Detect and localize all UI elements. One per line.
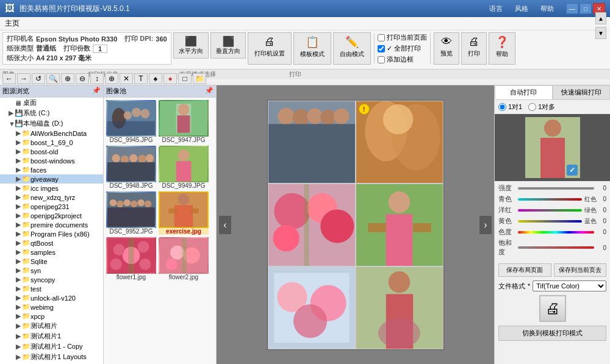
save-current-layout-btn[interactable]: 保存到当前页去 bbox=[554, 263, 607, 277]
big-print-button[interactable]: 🖨 bbox=[539, 295, 566, 322]
sidebar-pin-icon[interactable]: 📌 bbox=[92, 87, 101, 96]
prev-page-arrow[interactable]: ‹ bbox=[219, 216, 231, 234]
color-btn[interactable]: ● bbox=[163, 73, 177, 84]
dpi-label: 打印 DPI: bbox=[124, 34, 153, 43]
print-cell-2[interactable]: ! bbox=[356, 101, 443, 184]
switch-mode-button[interactable]: 切换到模板打印模式 bbox=[498, 326, 606, 341]
hue-slider[interactable] bbox=[518, 230, 594, 235]
print-cell-4[interactable] bbox=[356, 184, 443, 266]
effect-btn[interactable]: ♠ bbox=[149, 73, 162, 84]
print-all-checkbox[interactable] bbox=[378, 45, 385, 52]
tree-item-20[interactable]: ▶📁test bbox=[0, 284, 103, 293]
tree-item-3[interactable]: ▶📁AliWorkBenchData bbox=[0, 129, 103, 138]
fit-height-btn[interactable]: ↕ bbox=[90, 73, 104, 84]
magenta-slider[interactable] bbox=[518, 208, 582, 213]
sidebar-title: 图源浏览 📌 bbox=[0, 85, 103, 98]
zoom-out-btn[interactable]: ⊖ bbox=[76, 73, 89, 84]
tree-item-25[interactable]: ▶📁测试相片1 bbox=[0, 331, 103, 341]
print-cell-5[interactable] bbox=[268, 266, 356, 349]
copies-value[interactable]: 1 bbox=[93, 45, 107, 53]
tree-item-5[interactable]: ▶📁boost-old bbox=[0, 147, 103, 156]
tree-item-7[interactable]: ▶📁faces bbox=[0, 165, 103, 174]
next-page-arrow[interactable]: › bbox=[479, 216, 492, 234]
file-format-select[interactable]: Tif(True Color) JPG PNG bbox=[533, 280, 606, 291]
tree-item-14[interactable]: ▶📁Program Files (x86) bbox=[0, 229, 103, 238]
tree-item-12[interactable]: ▶📁openjpg2kproject bbox=[0, 211, 103, 220]
zoom-in-btn[interactable]: ⊕ bbox=[61, 73, 74, 84]
style-menu[interactable]: 风格 bbox=[515, 4, 528, 13]
add-border-checkbox[interactable] bbox=[378, 56, 385, 63]
print-cell-3[interactable] bbox=[268, 184, 356, 266]
lang-menu[interactable]: 语言 bbox=[489, 4, 503, 13]
auto-print-tab[interactable]: 自动打印 bbox=[495, 85, 553, 99]
photo-dsc9952[interactable]: DSC_9952.JPG bbox=[106, 191, 156, 235]
cyan-slider[interactable] bbox=[518, 197, 582, 202]
gallery-pin-icon[interactable]: 📌 bbox=[205, 87, 214, 96]
tree-item-6[interactable]: ▶📁boost-windows bbox=[0, 156, 103, 165]
tree-item-10[interactable]: ▶📁new_xdzq_tyrz bbox=[0, 193, 103, 202]
minimize-button[interactable]: — bbox=[566, 3, 578, 14]
add-btn[interactable]: ⊕ bbox=[105, 73, 118, 84]
maximize-button[interactable]: □ bbox=[580, 3, 592, 14]
free-mode-btn[interactable]: ✏️ 自由模式 bbox=[333, 32, 371, 65]
photo-grid[interactable]: DSC_9945.JPG DSC_9947.JPG bbox=[104, 98, 217, 283]
quick-edit-tab[interactable]: 快速编辑打印 bbox=[553, 85, 611, 99]
yellow-slider[interactable] bbox=[518, 219, 582, 224]
photo-flower2[interactable]: flower2.jpg bbox=[159, 237, 209, 280]
tree-item-21[interactable]: ▶📁unlock-all-v120 bbox=[0, 293, 103, 302]
tree-item-0[interactable]: 🖥桌面 bbox=[0, 98, 103, 108]
ratio-many-option[interactable]: 1对多 bbox=[528, 102, 555, 112]
template-mode-btn[interactable]: 📋 模板模式 bbox=[293, 32, 331, 65]
print-cell-1[interactable] bbox=[268, 101, 356, 184]
forward-btn[interactable]: → bbox=[17, 73, 30, 84]
strength-slider[interactable] bbox=[518, 186, 594, 191]
zoom-fit-btn[interactable]: 🔍 bbox=[46, 73, 60, 84]
tree-item-19[interactable]: ▶📁syncopy bbox=[0, 275, 103, 284]
save-layout-btn[interactable]: 保存布局页面 bbox=[498, 263, 551, 277]
tree-item-27[interactable]: ▶📁测试相片1 Layouts bbox=[0, 352, 103, 362]
tree-item-18[interactable]: ▶📁syn bbox=[0, 266, 103, 275]
tree-item-1[interactable]: ▶💾系统 (C:) bbox=[0, 108, 103, 118]
ratio-many-radio[interactable] bbox=[528, 103, 536, 111]
photo-dsc9949[interactable]: DSC_9949.JPG bbox=[159, 146, 209, 189]
tree-item-11[interactable]: ▶📁openjpeg231 bbox=[0, 202, 103, 211]
border-btn[interactable]: □ bbox=[178, 73, 192, 84]
print-cell-6[interactable] bbox=[356, 266, 443, 349]
horizontal-btn[interactable]: ⬛ 水平方向 bbox=[173, 32, 209, 59]
photo-flower1[interactable]: flower1.jpg bbox=[106, 237, 156, 280]
folder-btn[interactable]: 📁 bbox=[193, 73, 206, 84]
tree-item-9[interactable]: ▶📁icc imges bbox=[0, 184, 103, 193]
print-btn[interactable]: 🖨 打印 bbox=[461, 32, 487, 65]
saturation-slider[interactable] bbox=[518, 245, 594, 250]
tree-item-23[interactable]: ▶📁xpcp bbox=[0, 312, 103, 321]
tree-item-22[interactable]: ▶📁webimg bbox=[0, 302, 103, 312]
back-btn[interactable]: ← bbox=[2, 73, 16, 84]
tree-item-16[interactable]: ▶📁samples bbox=[0, 248, 103, 257]
ratio-1to1-radio[interactable] bbox=[498, 103, 506, 111]
rotate-btn[interactable]: ↺ bbox=[32, 73, 45, 84]
tree-item-15[interactable]: ▶📁qtBoost bbox=[0, 238, 103, 248]
tree-item-2[interactable]: ▼💾本地磁盘 (D:) bbox=[0, 118, 103, 129]
preview-btn[interactable]: 👁 预览 bbox=[434, 32, 459, 65]
photo-dsc9948[interactable]: DSC_9948.JPG bbox=[106, 146, 156, 189]
print-current-checkbox[interactable] bbox=[378, 34, 385, 41]
photo-dsc9947[interactable]: DSC_9947.JPG bbox=[159, 100, 209, 143]
tree-item-13[interactable]: ▶📁premire documents bbox=[0, 220, 103, 229]
tree-item-26[interactable]: ▶📁测试相片1 - Copy bbox=[0, 341, 103, 352]
photo-exercise[interactable]: exercise.jpg bbox=[159, 191, 209, 235]
photo-dsc9945[interactable]: DSC_9945.JPG bbox=[106, 100, 156, 143]
svg-point-23 bbox=[124, 199, 131, 206]
text-btn[interactable]: T bbox=[134, 73, 148, 84]
tree-item-24[interactable]: ▶📁测试相片 bbox=[0, 321, 103, 331]
vertical-btn[interactable]: ⬛ 垂直方向 bbox=[210, 32, 246, 59]
tree-item-17[interactable]: ▶📁Sqlite bbox=[0, 257, 103, 266]
printer-settings-btn[interactable]: 🖨 打印机设置 bbox=[248, 32, 292, 65]
printer-name-label: 打印机名 bbox=[7, 34, 34, 43]
menu-home[interactable]: 主页 bbox=[2, 17, 22, 30]
remove-btn[interactable]: ✕ bbox=[120, 73, 133, 84]
ratio-1to1-option[interactable]: 1对1 bbox=[498, 102, 522, 112]
help-btn[interactable]: ❓ 帮助 bbox=[489, 32, 515, 65]
help-menu[interactable]: 帮助 bbox=[540, 4, 554, 13]
tree-item-8[interactable]: ▶📁giveaway bbox=[0, 174, 103, 184]
tree-item-4[interactable]: ▶📁boost_1_69_0 bbox=[0, 138, 103, 147]
